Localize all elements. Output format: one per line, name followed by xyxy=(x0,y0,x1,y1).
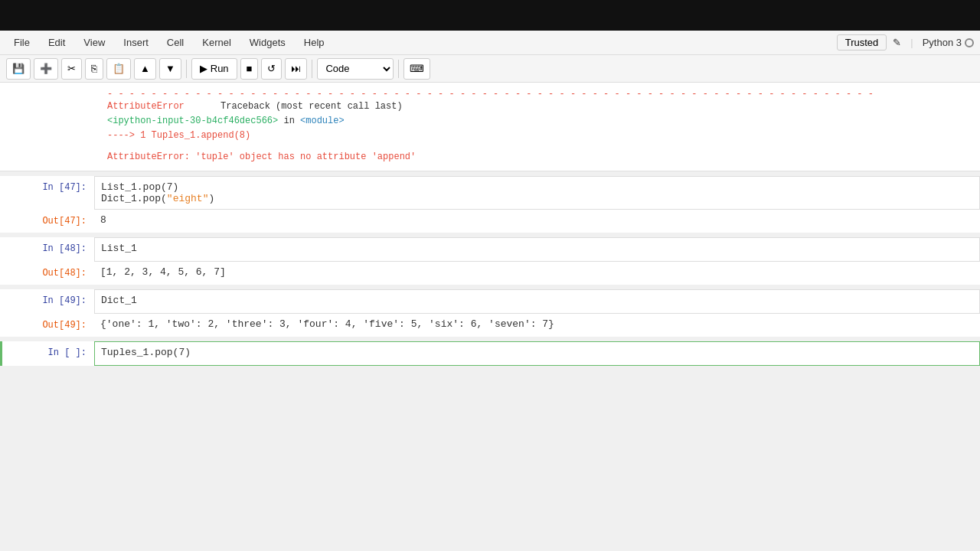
cell-49-output-row: Out[49]: {'one': 1, 'two': 2, 'three': 3… xyxy=(2,314,980,337)
cell-49: In [49]: Dict_1 Out[49]: {'one': 1, 'two… xyxy=(0,289,980,337)
move-up-button[interactable]: ▲ xyxy=(134,58,156,80)
menu-view[interactable]: View xyxy=(76,34,113,51)
kernel-info: Python 3 xyxy=(923,37,974,48)
kernel-status-circle xyxy=(965,38,974,47)
move-down-button[interactable]: ▼ xyxy=(159,58,181,80)
cell-47-input-row: In [47]: List_1.pop(7)Dict_1.pop("eight"… xyxy=(2,176,980,210)
run-button[interactable]: ▶ Run xyxy=(191,58,237,80)
copy-button[interactable]: ⎘ xyxy=(85,58,103,80)
error-file-ref: <ipython-input-30-b4cf46dec566> xyxy=(107,116,278,126)
cell-47-output-text: 8 xyxy=(94,210,113,230)
cell-47-in-prompt: In [47]: xyxy=(2,176,94,210)
cut-button[interactable]: ✂ xyxy=(61,58,82,80)
cell-48: In [48]: List_1 Out[48]: [1, 2, 3, 4, 5,… xyxy=(0,237,980,285)
stop-button[interactable]: ■ xyxy=(240,58,259,80)
cell-48-output-text: [1, 2, 3, 4, 5, 6, 7] xyxy=(94,262,232,282)
separator: | xyxy=(910,37,913,48)
menu-edit[interactable]: Edit xyxy=(41,34,73,51)
error-traceback-line: AttributeError Traceback (most recent ca… xyxy=(107,99,980,114)
toolbar-separator-2 xyxy=(312,60,312,78)
run-label: Run xyxy=(211,63,229,74)
top-bar xyxy=(0,0,980,31)
toolbar: 💾 ➕ ✂ ⎘ 📋 ▲ ▼ ▶ Run ■ ↺ ⏭ Code Markdown … xyxy=(0,55,980,83)
menu-cell[interactable]: Cell xyxy=(159,34,191,51)
menu-insert[interactable]: Insert xyxy=(116,34,156,51)
cell-48-output-row: Out[48]: [1, 2, 3, 4, 5, 6, 7] xyxy=(2,262,980,285)
cell-49-input[interactable]: Dict_1 xyxy=(94,289,980,314)
error-arrow-line: ----> 1 Tuples_1.append(8) xyxy=(107,129,980,143)
trusted-button[interactable]: Trusted xyxy=(837,34,887,51)
save-button[interactable]: 💾 xyxy=(6,58,31,80)
cell-47-out-prompt: Out[47]: xyxy=(2,210,94,233)
cell-type-select[interactable]: Code Markdown Raw xyxy=(317,58,394,80)
edit-icon: ✎ xyxy=(893,37,901,48)
cell-49-out-prompt: Out[49]: xyxy=(2,314,94,337)
error-output: - - - - - - - - - - - - - - - - - - - - … xyxy=(0,83,980,171)
cell-47-input[interactable]: List_1.pop(7)Dict_1.pop("eight") xyxy=(94,176,980,210)
menu-file[interactable]: File xyxy=(6,34,38,51)
cell-47-output-row: Out[47]: 8 xyxy=(2,210,980,233)
cell-49-output-text: {'one': 1, 'two': 2, 'three': 3, 'four':… xyxy=(94,314,560,334)
cell-47: In [47]: List_1.pop(7)Dict_1.pop("eight"… xyxy=(0,176,980,233)
run-icon: ▶ xyxy=(200,63,207,74)
error-dashes: - - - - - - - - - - - - - - - - - - - - … xyxy=(107,89,980,99)
menu-kernel[interactable]: Kernel xyxy=(194,34,239,51)
cell-48-in-prompt: In [48]: xyxy=(2,237,94,262)
kernel-label: Python 3 xyxy=(923,37,962,48)
menu-bar: File Edit View Insert Cell Kernel Widget… xyxy=(0,31,980,55)
restart-button[interactable]: ↺ xyxy=(261,58,282,80)
error-type-label: AttributeError xyxy=(107,101,185,112)
error-in-module: in xyxy=(283,116,300,126)
toolbar-separator-1 xyxy=(186,60,187,78)
cell-active: In [ ]: Tuples_1.pop(7) xyxy=(0,341,980,366)
error-message: AttributeError: 'tuple' object has no at… xyxy=(107,150,980,165)
cell-49-input-row: In [49]: Dict_1 xyxy=(2,289,980,314)
error-file-line: <ipython-input-30-b4cf46dec566> in <modu… xyxy=(107,114,980,129)
menu-right: Trusted ✎ | Python 3 xyxy=(837,34,974,51)
menu-help[interactable]: Help xyxy=(296,34,332,51)
traceback-label: Traceback (most recent call last) xyxy=(220,101,403,112)
cell-active-input[interactable]: Tuples_1.pop(7) xyxy=(94,341,980,366)
cell-active-input-row: In [ ]: Tuples_1.pop(7) xyxy=(2,341,980,366)
cell-48-input-row: In [48]: List_1 xyxy=(2,237,980,262)
cell-48-out-prompt: Out[48]: xyxy=(2,262,94,285)
toolbar-separator-3 xyxy=(398,60,399,78)
restart-run-button[interactable]: ⏭ xyxy=(285,58,307,80)
cell-49-in-prompt: In [49]: xyxy=(2,289,94,314)
add-cell-button[interactable]: ➕ xyxy=(34,58,58,80)
menu-widgets[interactable]: Widgets xyxy=(242,34,293,51)
cell-48-input[interactable]: List_1 xyxy=(94,237,980,262)
error-module-label: <module> xyxy=(300,116,345,126)
keyboard-button[interactable]: ⌨ xyxy=(403,58,430,80)
paste-button[interactable]: 📋 xyxy=(106,58,131,80)
notebook: - - - - - - - - - - - - - - - - - - - - … xyxy=(0,83,980,551)
cell-active-in-prompt: In [ ]: xyxy=(2,341,94,366)
